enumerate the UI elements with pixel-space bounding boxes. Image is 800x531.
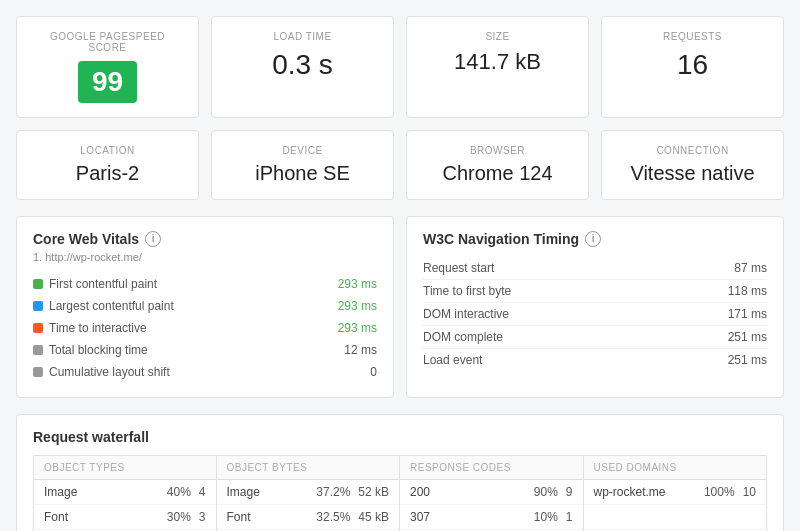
wf-col-2: Response Codes 200 90% 9 307 10% 1 Respo… bbox=[400, 455, 584, 531]
cwv-title: Core Web Vitals i bbox=[33, 231, 377, 247]
size-value: 141.7 kB bbox=[423, 50, 572, 74]
size-card: Size 141.7 kB bbox=[406, 16, 589, 118]
top-metrics-row: Google PageSpeed Score 99 Load Time 0.3 … bbox=[16, 16, 784, 118]
wf-row-3-0: wp-rocket.me 100% 10 bbox=[584, 480, 767, 505]
wf-row-1-0: Image 37.2% 52 kB bbox=[217, 480, 400, 505]
cwv-dot-2 bbox=[33, 323, 43, 333]
requests-value: 16 bbox=[618, 50, 767, 81]
wf-row-3-1 bbox=[584, 505, 767, 530]
cwv-info-icon[interactable]: i bbox=[145, 231, 161, 247]
wf-row-2-0: 200 90% 9 bbox=[400, 480, 583, 505]
loadtime-card: Load Time 0.3 s bbox=[211, 16, 394, 118]
browser-card: Browser Chrome 124 bbox=[406, 130, 589, 200]
cwv-name-3: Total blocking time bbox=[49, 343, 344, 357]
browser-value: Chrome 124 bbox=[423, 162, 572, 185]
loadtime-label: Load Time bbox=[228, 31, 377, 42]
waterfall-section: Request waterfall Object Types Image 40%… bbox=[16, 414, 784, 531]
connection-value: Vitesse native bbox=[618, 162, 767, 185]
wf-col-1: Object Bytes Image 37.2% 52 kB Font 32.5… bbox=[217, 455, 401, 531]
loadtime-value: 0.3 s bbox=[228, 50, 377, 81]
location-value: Paris-2 bbox=[33, 162, 182, 185]
cwv-name-4: Cumulative layout shift bbox=[49, 365, 370, 379]
cwv-item-2: Time to interactive 293 ms bbox=[33, 317, 377, 339]
cwv-name-0: First contentful paint bbox=[49, 277, 338, 291]
cwv-dot-3 bbox=[33, 345, 43, 355]
pagespeed-score: 99 bbox=[33, 61, 182, 103]
nav-item-2: DOM interactive 171 ms bbox=[423, 303, 767, 326]
wf-header-1: Object Bytes bbox=[217, 456, 400, 480]
nav-item-3: DOM complete 251 ms bbox=[423, 326, 767, 349]
pagespeed-card: Google PageSpeed Score 99 bbox=[16, 16, 199, 118]
requests-label: Requests bbox=[618, 31, 767, 42]
wf-col-0: Object Types Image 40% 4 Font 30% 3 Othe… bbox=[33, 455, 217, 531]
device-label: Device bbox=[228, 145, 377, 156]
wf-row-0-0: Image 40% 4 bbox=[34, 480, 216, 505]
location-label: Location bbox=[33, 145, 182, 156]
cwv-dot-0 bbox=[33, 279, 43, 289]
cwv-dot-1 bbox=[33, 301, 43, 311]
cwv-item-4: Cumulative layout shift 0 bbox=[33, 361, 377, 383]
cwv-name-2: Time to interactive bbox=[49, 321, 338, 335]
score-badge: 99 bbox=[78, 61, 137, 103]
device-card: Device iPhone SE bbox=[211, 130, 394, 200]
cwv-name-1: Largest contentful paint bbox=[49, 299, 338, 313]
cwv-value-2: 293 ms bbox=[338, 321, 377, 335]
wf-row-2-1: 307 10% 1 bbox=[400, 505, 583, 530]
location-card: Location Paris-2 bbox=[16, 130, 199, 200]
pagespeed-label: Google PageSpeed Score bbox=[33, 31, 182, 53]
cwv-item-1: Largest contentful paint 293 ms bbox=[33, 295, 377, 317]
cwv-value-3: 12 ms bbox=[344, 343, 377, 357]
cwv-value-4: 0 bbox=[370, 365, 377, 379]
wf-row-0-1: Font 30% 3 bbox=[34, 505, 216, 530]
wf-header-2: Response Codes bbox=[400, 456, 583, 480]
cwv-dot-4 bbox=[33, 367, 43, 377]
core-web-vitals-card: Core Web Vitals i 1. http://wp-rocket.me… bbox=[16, 216, 394, 398]
nav-item-0: Request start 87 ms bbox=[423, 257, 767, 280]
connection-card: Connection Vitesse native bbox=[601, 130, 784, 200]
size-label: Size bbox=[423, 31, 572, 42]
cwv-item-0: First contentful paint 293 ms bbox=[33, 273, 377, 295]
wf-header-0: Object Types bbox=[34, 456, 216, 480]
cwv-value-1: 293 ms bbox=[338, 299, 377, 313]
browser-label: Browser bbox=[423, 145, 572, 156]
w3c-nav-card: W3C Navigation Timing i Request start 87… bbox=[406, 216, 784, 398]
cwv-item-3: Total blocking time 12 ms bbox=[33, 339, 377, 361]
w3c-title: W3C Navigation Timing i bbox=[423, 231, 767, 247]
waterfall-title: Request waterfall bbox=[33, 429, 767, 445]
vitals-section: Core Web Vitals i 1. http://wp-rocket.me… bbox=[16, 216, 784, 398]
nav-item-1: Time to first byte 118 ms bbox=[423, 280, 767, 303]
middle-metrics-row: Location Paris-2 Device iPhone SE Browse… bbox=[16, 130, 784, 200]
waterfall-grid: Object Types Image 40% 4 Font 30% 3 Othe… bbox=[33, 455, 767, 531]
wf-row-1-1: Font 32.5% 45 kB bbox=[217, 505, 400, 530]
cwv-value-0: 293 ms bbox=[338, 277, 377, 291]
requests-card: Requests 16 bbox=[601, 16, 784, 118]
connection-label: Connection bbox=[618, 145, 767, 156]
wf-col-3: Used Domains wp-rocket.me 100% 10 Used d… bbox=[584, 455, 768, 531]
device-value: iPhone SE bbox=[228, 162, 377, 185]
w3c-info-icon[interactable]: i bbox=[585, 231, 601, 247]
nav-item-4: Load event 251 ms bbox=[423, 349, 767, 371]
wf-header-3: Used Domains bbox=[584, 456, 767, 480]
cwv-subtitle: 1. http://wp-rocket.me/ bbox=[33, 251, 377, 263]
